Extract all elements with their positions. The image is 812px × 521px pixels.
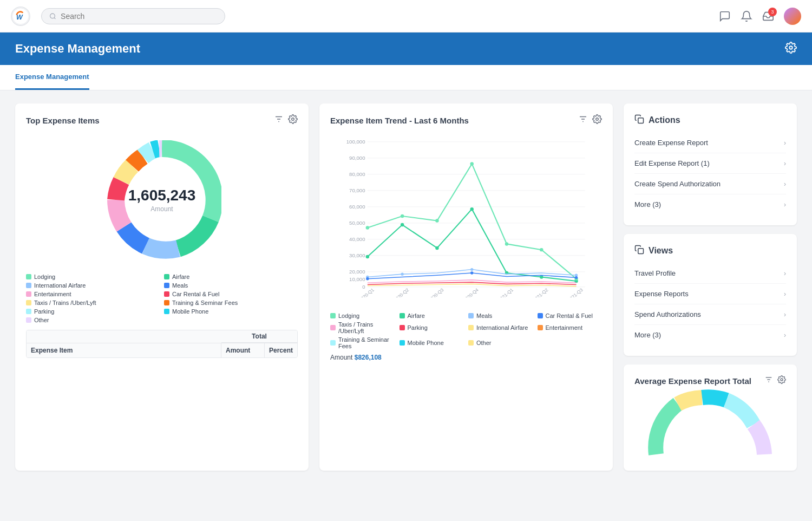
- user-avatar[interactable]: [784, 8, 801, 25]
- svg-text:W: W: [16, 14, 23, 21]
- donut-chart: 1,605,243 Amount: [26, 135, 298, 265]
- trend-chart-actions: [578, 114, 602, 126]
- filter-icon[interactable]: [274, 114, 284, 126]
- svg-point-11: [596, 118, 599, 121]
- chevron-right-icon: ›: [784, 270, 786, 277]
- svg-point-51: [366, 277, 369, 280]
- chevron-right-icon: ›: [784, 311, 786, 318]
- svg-point-66: [781, 379, 783, 381]
- views-list: Travel Profile›Expense Reports›Spend Aut…: [634, 263, 786, 345]
- views-copy-icon: [634, 245, 644, 257]
- trend-chart-title: Expense Item Trend - Last 6 Months: [330, 116, 469, 125]
- svg-text:40,000: 40,000: [349, 236, 365, 242]
- svg-text:2021-Q3: 2021-Q3: [567, 287, 584, 297]
- expense-management-tab[interactable]: Expense Management: [15, 65, 89, 90]
- trend-chart-card: Expense Item Trend - Last 6 Months 100,0: [319, 103, 613, 471]
- action-item[interactable]: More (3)›: [634, 194, 786, 214]
- gear-icon: [785, 42, 797, 54]
- avg-report-title: Average Expense Report Total: [634, 376, 751, 386]
- avg-settings-icon[interactable]: [777, 375, 786, 386]
- avg-filter-icon[interactable]: [764, 375, 773, 386]
- legend-item: Training & Seminar Fees: [330, 336, 395, 349]
- legend-item: Mobile Phone: [400, 336, 464, 349]
- copy-icon: [634, 114, 644, 126]
- svg-point-45: [540, 248, 543, 251]
- top-expense-title: Top Expense Items: [26, 116, 100, 125]
- svg-text:10,000: 10,000: [349, 276, 365, 282]
- legend-item: Entertainment: [26, 291, 160, 297]
- svg-point-38: [540, 275, 543, 278]
- donut-amount: 1,605,243: [128, 187, 196, 204]
- svg-point-48: [401, 272, 403, 275]
- svg-rect-61: [638, 118, 644, 123]
- legend-item: Taxis / Trains /Uber/Lyft: [26, 299, 160, 306]
- view-item[interactable]: More (3)›: [634, 325, 786, 345]
- svg-point-34: [401, 223, 404, 226]
- chevron-right-icon: ›: [784, 139, 786, 147]
- chevron-right-icon: ›: [784, 160, 786, 167]
- legend-item: Other: [468, 336, 533, 349]
- action-item[interactable]: Edit Expense Report (1)›: [634, 153, 786, 174]
- nav-icons: 3: [719, 8, 801, 25]
- line-chart: 100,000 90,000 80,000 70,000 60,000 50,0…: [330, 135, 602, 308]
- legend-item: Training & Seminar Fees: [164, 299, 298, 306]
- top-expense-card: Top Expense Items: [15, 103, 309, 471]
- svg-text:50,000: 50,000: [349, 220, 365, 226]
- page-title: Expense Management: [15, 42, 140, 56]
- svg-point-43: [470, 162, 474, 165]
- view-item[interactable]: Expense Reports›: [634, 284, 786, 304]
- svg-text:60,000: 60,000: [349, 204, 365, 210]
- search-input[interactable]: [61, 12, 217, 21]
- chevron-right-icon: ›: [784, 201, 786, 209]
- views-section-title: Views: [634, 245, 786, 257]
- view-item[interactable]: Travel Profile›: [634, 263, 786, 284]
- svg-point-3: [789, 46, 793, 49]
- svg-text:2021-Q1: 2021-Q1: [497, 287, 514, 297]
- view-item[interactable]: Spend Authorizations›: [634, 304, 786, 325]
- legend-item: Car Rental & Fuel: [164, 291, 298, 297]
- notification-button[interactable]: [741, 10, 752, 22]
- table-header: Total: [27, 330, 297, 343]
- chart-amount: Amount $826,108: [330, 354, 602, 361]
- chat-button[interactable]: [719, 10, 731, 22]
- svg-point-7: [292, 118, 294, 121]
- search-bar[interactable]: [41, 8, 225, 24]
- trend-settings-icon[interactable]: [592, 114, 602, 126]
- svg-point-44: [505, 242, 508, 245]
- settings-icon[interactable]: [288, 114, 298, 126]
- action-item[interactable]: Create Spend Authorization›: [634, 174, 786, 194]
- header-bar: Expense Management: [0, 32, 812, 65]
- col-expense-item: Expense Item: [27, 343, 221, 357]
- logo-area: W: [11, 6, 30, 26]
- settings-button[interactable]: [785, 42, 797, 56]
- svg-rect-62: [638, 249, 644, 254]
- bell-icon: [741, 10, 752, 22]
- legend-item: Lodging: [26, 273, 160, 280]
- avg-report-actions: [764, 375, 786, 386]
- legend-item: Meals: [468, 312, 533, 319]
- chevron-right-icon: ›: [784, 180, 786, 188]
- legend-item: Entertainment: [538, 321, 603, 334]
- trend-filter-icon[interactable]: [578, 114, 588, 126]
- trend-chart-header: Expense Item Trend - Last 6 Months: [330, 114, 602, 126]
- actions-section-title: Actions: [634, 114, 786, 126]
- avg-report-header: Average Expense Report Total: [634, 375, 786, 386]
- svg-point-49: [470, 268, 473, 271]
- legend-item: Airfare: [400, 312, 464, 319]
- legend-item: Taxis / Trains /Uber/Lyft: [330, 321, 395, 334]
- chat-icon: [719, 10, 731, 22]
- svg-text:0: 0: [362, 284, 365, 290]
- svg-point-35: [435, 246, 438, 250]
- svg-text:90,000: 90,000: [349, 155, 365, 161]
- action-item[interactable]: Create Expense Report›: [634, 133, 786, 153]
- inbox-button[interactable]: 3: [762, 10, 774, 22]
- svg-point-40: [366, 226, 369, 229]
- avg-report-card: Average Expense Report Total: [624, 364, 797, 471]
- svg-point-53: [575, 276, 578, 279]
- workday-logo[interactable]: W: [11, 6, 30, 26]
- svg-text:80,000: 80,000: [349, 171, 365, 177]
- col-percent: Percent: [265, 343, 297, 357]
- top-navigation: W 3: [0, 0, 812, 32]
- legend-item: Airfare: [164, 273, 298, 280]
- legend-item: Mobile Phone: [164, 308, 298, 315]
